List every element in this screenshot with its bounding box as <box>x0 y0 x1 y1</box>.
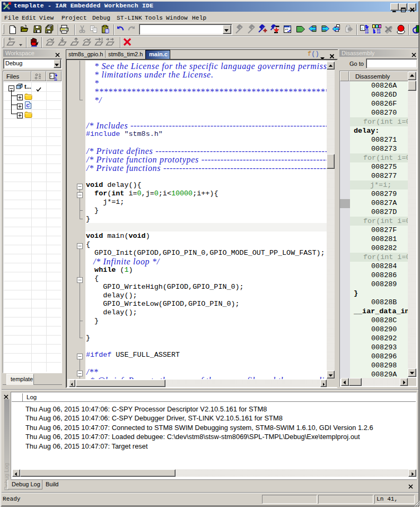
svg-text:c: c <box>50 74 52 78</box>
svg-text:c: c <box>361 27 363 31</box>
svg-text:x=: x= <box>285 28 288 31</box>
svg-text:10: 10 <box>54 78 57 81</box>
svg-text:10: 10 <box>365 31 369 34</box>
svg-text:C: C <box>27 103 30 108</box>
svg-text:10: 10 <box>377 31 381 33</box>
